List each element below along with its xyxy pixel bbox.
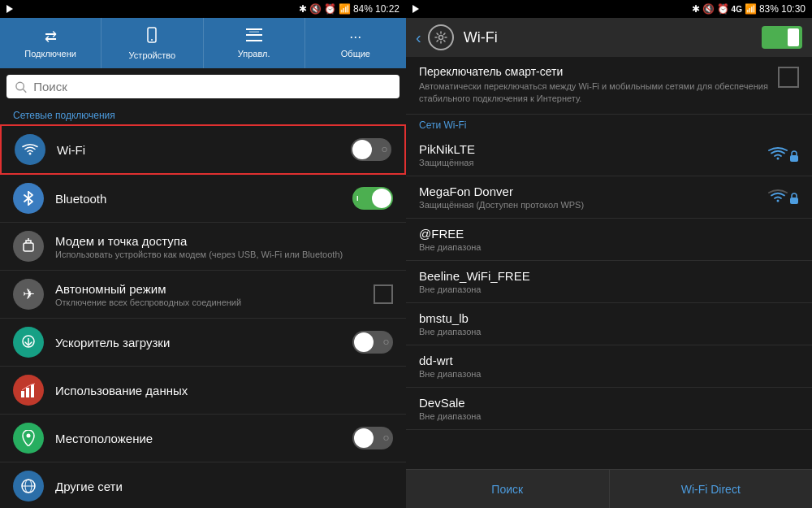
search-button[interactable]: Поиск — [406, 470, 610, 508]
bt-icon-right: ✱ — [692, 3, 700, 15]
svg-rect-12 — [24, 243, 33, 251]
other-item-content: Другие сети — [55, 480, 393, 493]
piknik-signal — [768, 147, 799, 162]
left-status-bar: ✱ 🔇 ⏰ 📶 84% 10:22 — [0, 0, 406, 18]
settings-gear-icon[interactable] — [428, 24, 454, 50]
airplane-item-subtitle: Отключение всех беспроводных соединений — [55, 297, 374, 307]
left-status-left — [6, 5, 13, 13]
wifi-toggle[interactable]: O — [351, 138, 391, 161]
svg-rect-27 — [790, 198, 798, 204]
settings-item-wifi[interactable]: Wi-Fi O — [0, 124, 406, 175]
svg-point-1 — [151, 39, 153, 41]
tab-general-label: Общие — [341, 49, 370, 59]
airplane-item-content: Автономный режим Отключение всех беспров… — [55, 282, 374, 307]
bluetooth-toggle[interactable]: I — [352, 187, 393, 210]
alarm-icon-left: ⏰ — [324, 3, 336, 15]
left-tab-bar: ⇄ Подключени Устройство Управл. ··· Общи… — [0, 18, 406, 68]
modem-icon — [13, 231, 44, 262]
smart-switch-title: Переключатель смарт-сети — [419, 65, 770, 78]
wifi-network-devsale[interactable]: DevSale Вне диапазона — [406, 388, 812, 430]
right-panel: ✱ 🔇 ⏰ 4G 📶 83% 10:30 ‹ Wi-Fi Переключате… — [406, 0, 812, 508]
airplane-item-title: Автономный режим — [55, 282, 374, 296]
time-right: 10:30 — [781, 3, 806, 15]
settings-item-download[interactable]: Ускоритель загрузки O — [0, 319, 406, 367]
modem-item-content: Модем и точка доступа Использовать устро… — [55, 234, 393, 259]
bluetooth-toggle-label: I — [356, 194, 359, 202]
megafon-name: MegaFon Donver — [419, 185, 768, 198]
wifi-network-ddwrt[interactable]: dd-wrt Вне диапазона — [406, 345, 812, 388]
smart-switch-text: Переключатель смарт-сети Автоматически п… — [419, 65, 770, 106]
modem-item-title: Модем и точка доступа — [55, 234, 393, 248]
wifi-network-bmstu[interactable]: bmstu_lb Вне диапазона — [406, 303, 812, 345]
tab-connections[interactable]: ⇄ Подключени — [0, 18, 102, 68]
settings-item-other[interactable]: Другие сети — [0, 462, 406, 508]
tab-manage-label: Управл. — [238, 49, 270, 59]
bluetooth-item-title: Bluetooth — [55, 192, 352, 206]
settings-item-data[interactable]: Использование данных — [0, 367, 406, 415]
vibrate-icon: 🔇 — [309, 3, 322, 15]
other-icon — [13, 471, 44, 501]
settings-item-location[interactable]: Местоположение O — [0, 415, 406, 462]
airplane-checkbox[interactable] — [374, 284, 393, 304]
location-toggle[interactable]: O — [352, 427, 393, 449]
bt-icon-left: ✱ — [299, 3, 307, 15]
wifi-signal-full-icon — [768, 147, 788, 162]
piknik-content: PikNikLTE Защищённая — [419, 142, 768, 167]
wifi-networks-header: Сети Wi-Fi — [406, 115, 812, 134]
data-item-title: Использование данных — [55, 384, 393, 397]
tab-device-label: Устройство — [129, 50, 176, 60]
svg-point-26 — [777, 200, 780, 202]
wifi-network-piknik[interactable]: PikNikLTE Защищённая — [406, 134, 812, 176]
megafon-status: Защищённая (Доступен протокол WPS) — [419, 200, 768, 210]
location-item-content: Местоположение — [55, 432, 352, 445]
wifi-networks-list: PikNikLTE Защищённая MegaFo — [406, 134, 812, 469]
wifi-direct-button[interactable]: Wi-Fi Direct — [610, 470, 813, 508]
svg-point-6 — [16, 82, 24, 90]
right-status-bar: ✱ 🔇 ⏰ 4G 📶 83% 10:30 — [406, 0, 812, 18]
airplane-icon: ✈ — [13, 279, 44, 310]
wifi-main-toggle[interactable] — [762, 26, 802, 49]
wifi-bottom-bar: Поиск Wi-Fi Direct — [406, 469, 812, 508]
settings-item-bluetooth[interactable]: Bluetooth I — [0, 175, 406, 223]
wifi-header: ‹ Wi-Fi — [406, 18, 812, 57]
smart-switch-checkbox[interactable] — [778, 67, 799, 88]
ddwrt-name: dd-wrt — [419, 354, 799, 367]
wifi-item-title: Wi-Fi — [57, 143, 351, 157]
svg-point-23 — [438, 36, 443, 40]
device-icon — [144, 27, 160, 47]
wifi-icon — [15, 134, 45, 165]
piknik-name: PikNikLTE — [419, 142, 768, 156]
download-toggle[interactable]: O — [352, 331, 393, 354]
tab-connections-label: Подключени — [24, 49, 76, 59]
smart-switch-section: Переключатель смарт-сети Автоматически п… — [406, 57, 812, 115]
lock-icon-piknik — [789, 150, 799, 162]
wifi-toggle-knob — [352, 140, 372, 159]
piknik-status: Защищённая — [419, 158, 768, 167]
back-button[interactable]: ‹ — [416, 28, 421, 47]
svg-rect-18 — [31, 384, 34, 397]
time-left: 10:22 — [375, 3, 400, 15]
wifi-network-free[interactable]: @FREE Вне диапазона — [406, 219, 812, 261]
svg-rect-3 — [246, 34, 262, 36]
smart-switch-desc: Автоматически переключаться между Wi-Fi … — [419, 80, 770, 106]
wifi-network-megafon[interactable]: MegaFon Donver Защищённая (Доступен прот… — [406, 176, 812, 219]
bmstu-content: bmstu_lb Вне диапазона — [419, 311, 799, 336]
search-icon — [15, 80, 27, 93]
tab-general[interactable]: ··· Общие — [305, 18, 406, 68]
signal-icon-left: 📶 — [339, 3, 351, 15]
search-input[interactable] — [33, 80, 391, 93]
wifi-network-beeline[interactable]: Beeline_WiFi_FREE Вне диапазона — [406, 261, 812, 303]
free-name: @FREE — [419, 227, 799, 241]
settings-item-airplane[interactable]: ✈ Автономный режим Отключение всех беспр… — [0, 271, 406, 319]
location-icon — [13, 423, 44, 454]
battery-pct-left: 84% — [353, 3, 373, 15]
search-bar[interactable] — [6, 75, 400, 98]
tab-manage[interactable]: Управл. — [204, 18, 305, 68]
beeline-content: Beeline_WiFi_FREE Вне диапазона — [419, 269, 799, 294]
free-status: Вне диапазона — [419, 242, 799, 252]
settings-item-modem[interactable]: Модем и точка доступа Использовать устро… — [0, 223, 406, 271]
right-status-right: ✱ 🔇 ⏰ 4G 📶 83% 10:30 — [692, 3, 806, 15]
devsale-name: DevSale — [419, 396, 799, 410]
tab-device[interactable]: Устройство — [102, 18, 203, 68]
devsale-status: Вне диапазона — [419, 411, 799, 421]
